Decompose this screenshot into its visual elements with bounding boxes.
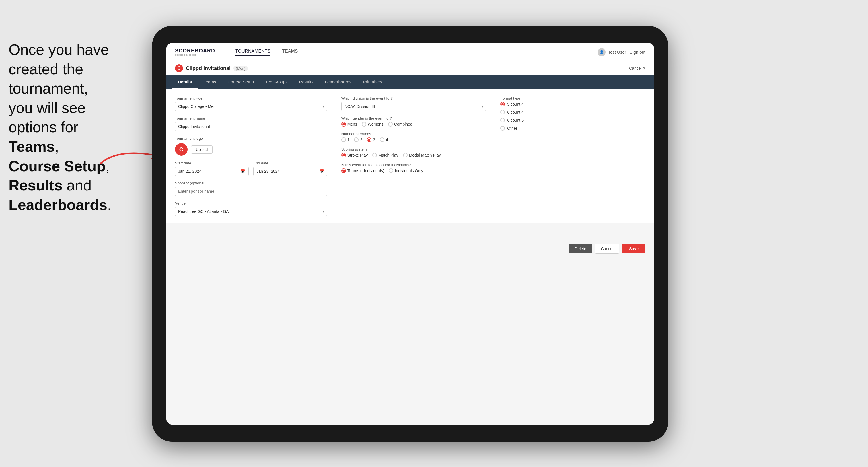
save-button[interactable]: Save <box>622 244 645 253</box>
rounds-3-radio[interactable] <box>367 137 371 142</box>
rounds-2-option[interactable]: 2 <box>354 137 362 142</box>
format-6count4-option[interactable]: 6 count 4 <box>500 110 645 115</box>
division-group: Which division is the event for? NCAA Di… <box>341 96 487 111</box>
start-date-input[interactable]: Jan 21, 2024 📅 <box>175 167 249 176</box>
tablet-screen: SCOREBOARD Powered by clippd TOURNAMENTS… <box>166 43 654 425</box>
instruction-line1: Once you have <box>9 41 109 58</box>
tournament-host-group: Tournament Host Clippd College - Men <box>175 96 327 111</box>
tab-details[interactable]: Details <box>172 75 198 89</box>
end-date-input[interactable]: Jan 23, 2024 📅 <box>253 167 327 176</box>
format-type-group: Format type 5 count 4 6 count 4 <box>500 96 645 130</box>
rounds-4-label: 4 <box>386 137 388 142</box>
gender-womens-label: Womens <box>368 122 383 126</box>
tournament-name-label: Tournament name <box>175 116 327 121</box>
user-text[interactable]: Test User | Sign out <box>608 50 645 55</box>
format-6count5-radio[interactable] <box>500 118 505 123</box>
nav-item-tournaments[interactable]: TOURNAMENTS <box>235 49 271 56</box>
instruction-bold-leaderboards: Leaderboards <box>9 196 107 213</box>
tab-course-setup[interactable]: Course Setup <box>222 75 259 89</box>
form-area: Tournament Host Clippd College - Men Tou… <box>166 89 654 223</box>
venue-select[interactable]: Peachtree GC - Atlanta - GA <box>175 207 327 216</box>
delete-button[interactable]: Delete <box>569 244 592 253</box>
instruction-line2: created the <box>9 61 83 77</box>
scoring-stroke-radio[interactable] <box>341 153 346 157</box>
rounds-4-radio[interactable] <box>380 137 384 142</box>
division-select[interactable]: NCAA Division III <box>341 102 487 111</box>
gender-label: Which gender is the event for? <box>341 116 487 121</box>
format-6count4-radio[interactable] <box>500 110 505 115</box>
gender-womens-option[interactable]: Womens <box>362 122 383 126</box>
instruction-line3: tournament, <box>9 80 88 97</box>
scoring-match-radio[interactable] <box>372 153 377 157</box>
tournament-logo-group: Tournament logo C Upload <box>175 136 327 156</box>
teams-plus-radio[interactable] <box>341 168 346 173</box>
cancel-button[interactable]: Cancel <box>595 244 620 254</box>
start-date-group: Start date Jan 21, 2024 📅 <box>175 161 249 176</box>
tournament-name-input[interactable] <box>175 122 327 131</box>
teams-individuals-label: Is this event for Teams and/or Individua… <box>341 163 487 167</box>
individuals-only-radio[interactable] <box>389 168 393 173</box>
tournament-name-group: Tournament name <box>175 116 327 131</box>
instruction-bold-results: Results <box>9 177 63 194</box>
tournament-logo-label: Tournament logo <box>175 136 327 141</box>
logo-sub: Powered by clippd <box>175 53 215 56</box>
nav-item-teams[interactable]: TEAMS <box>282 49 298 56</box>
rounds-label: Number of rounds <box>341 132 487 136</box>
form-spacer <box>166 223 654 240</box>
scoring-group: Scoring system Stroke Play Match Play <box>341 147 487 157</box>
gender-radio-group: Mens Womens Combined <box>341 122 487 126</box>
gender-mens-radio[interactable] <box>341 122 346 126</box>
format-other-option[interactable]: Other <box>500 126 645 130</box>
format-5count4-option[interactable]: 5 count 4 <box>500 102 645 106</box>
scoring-stroke-option[interactable]: Stroke Play <box>341 153 368 157</box>
upload-button[interactable]: Upload <box>191 146 213 154</box>
rounds-3-option[interactable]: 3 <box>367 137 375 142</box>
tablet-frame: SCOREBOARD Powered by clippd TOURNAMENTS… <box>152 26 669 442</box>
instruction-line5: options for <box>9 119 78 135</box>
gender-combined-option[interactable]: Combined <box>388 122 412 126</box>
format-type-label: Format type <box>500 96 645 100</box>
venue-group: Venue Peachtree GC - Atlanta - GA <box>175 201 327 216</box>
gender-womens-radio[interactable] <box>362 122 366 126</box>
end-date-label: End date <box>253 161 327 165</box>
sub-tabs: Details Teams Course Setup Tee Groups Re… <box>166 75 654 89</box>
tab-results[interactable]: Results <box>293 75 319 89</box>
cancel-top-btn[interactable]: Cancel X <box>629 66 645 70</box>
gender-mens-option[interactable]: Mens <box>341 122 357 126</box>
gender-combined-radio[interactable] <box>388 122 393 126</box>
scoring-match-option[interactable]: Match Play <box>372 153 398 157</box>
rounds-1-option[interactable]: 1 <box>341 137 350 142</box>
individuals-only-option[interactable]: Individuals Only <box>389 168 423 173</box>
scoring-medal-radio[interactable] <box>403 153 408 157</box>
calendar-icon-end: 📅 <box>319 169 324 174</box>
gender-mens-label: Mens <box>347 122 357 126</box>
division-label: Which division is the event for? <box>341 96 487 100</box>
teams-plus-option[interactable]: Teams (+Individuals) <box>341 168 384 173</box>
tournament-icon: C <box>175 64 183 72</box>
calendar-icon-start: 📅 <box>241 169 246 174</box>
venue-select-wrapper: Peachtree GC - Atlanta - GA <box>175 207 327 216</box>
instruction-line4: you will see <box>9 99 86 116</box>
scoring-stroke-label: Stroke Play <box>347 153 368 157</box>
top-nav: SCOREBOARD Powered by clippd TOURNAMENTS… <box>166 43 654 61</box>
tab-leaderboards[interactable]: Leaderboards <box>319 75 358 89</box>
tournament-host-select[interactable]: Clippd College - Men <box>175 102 327 111</box>
rounds-4-option[interactable]: 4 <box>380 137 388 142</box>
end-date-group: End date Jan 23, 2024 📅 <box>253 161 327 176</box>
start-date-value: Jan 21, 2024 <box>178 169 202 174</box>
scoring-medal-option[interactable]: Medal Match Play <box>403 153 441 157</box>
rounds-1-radio[interactable] <box>341 137 346 142</box>
format-6count5-option[interactable]: 6 count 5 <box>500 118 645 123</box>
tab-teams[interactable]: Teams <box>198 75 222 89</box>
sponsor-input[interactable] <box>175 187 327 196</box>
rounds-2-radio[interactable] <box>354 137 359 142</box>
tab-printables[interactable]: Printables <box>357 75 388 89</box>
format-6count5-label: 6 count 5 <box>507 118 524 123</box>
format-other-radio[interactable] <box>500 126 505 130</box>
format-5count4-radio[interactable] <box>500 102 505 106</box>
rounds-3-label: 3 <box>373 137 375 142</box>
tab-tee-groups[interactable]: Tee Groups <box>259 75 293 89</box>
format-6count4-label: 6 count 4 <box>507 110 524 115</box>
format-other-label: Other <box>507 126 517 130</box>
form-column-3: Format type 5 count 4 6 count 4 <box>493 96 645 216</box>
